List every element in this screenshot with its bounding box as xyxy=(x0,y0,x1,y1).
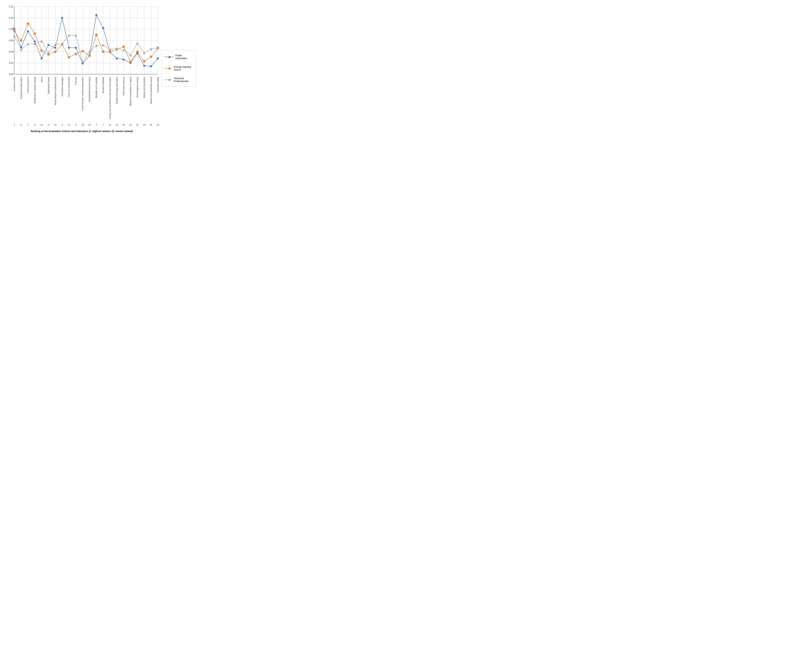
legend-line-icon xyxy=(165,56,173,58)
svg-text:Fuel use: Fuel use xyxy=(75,77,77,85)
svg-rect-152 xyxy=(168,67,171,69)
svg-text:0.02: 0.02 xyxy=(9,62,13,64)
svg-text:20: 20 xyxy=(88,124,91,126)
svg-text:21: 21 xyxy=(129,124,132,126)
legend-line-icon xyxy=(165,67,172,70)
svg-text:0.08: 0.08 xyxy=(9,28,13,30)
svg-text:Market size (domestic): Market size (domestic) xyxy=(143,77,145,98)
svg-rect-77 xyxy=(123,46,125,48)
legend-item: Public Authorities xyxy=(165,54,193,60)
svg-text:0.06: 0.06 xyxy=(9,39,13,42)
svg-rect-78 xyxy=(129,61,131,63)
svg-text:12: 12 xyxy=(109,124,111,126)
svg-text:0.12: 0.12 xyxy=(9,5,13,8)
svg-text:Land use requirement: Land use requirement xyxy=(68,77,70,97)
svg-rect-71 xyxy=(82,50,84,52)
svg-text:3: 3 xyxy=(62,124,63,126)
svg-text:Energy cost sensitivity to fue: Energy cost sensitivity to fuel price fl… xyxy=(109,77,111,119)
svg-text:Level of public resistance/opp: Level of public resistance/opposition xyxy=(81,77,84,110)
svg-text:2: 2 xyxy=(14,124,15,126)
svg-text:4: 4 xyxy=(96,124,97,126)
svg-text:0.10: 0.10 xyxy=(9,16,13,19)
svg-rect-69 xyxy=(68,56,70,58)
svg-text:CO2eq emissions: CO2eq emissions xyxy=(27,77,29,93)
svg-rect-62 xyxy=(20,40,22,42)
svg-rect-79 xyxy=(136,51,138,53)
svg-text:19: 19 xyxy=(150,124,152,126)
svg-rect-65 xyxy=(41,50,43,51)
svg-text:Resilience to climate change: Resilience to climate change xyxy=(34,77,36,104)
svg-text:9: 9 xyxy=(75,124,77,126)
svg-text:5: 5 xyxy=(34,124,35,126)
svg-rect-73 xyxy=(95,34,97,36)
svg-rect-80 xyxy=(143,60,145,62)
svg-text:Stability of energy generation: Stability of energy generation xyxy=(116,77,118,104)
svg-text:14: 14 xyxy=(116,124,118,126)
legend-item: Technical Professionals xyxy=(165,77,193,83)
svg-text:Employment generation: Employment generation xyxy=(20,77,22,99)
legend-item: Energy Industry Actors xyxy=(165,66,193,71)
svg-rect-67 xyxy=(54,51,56,53)
svg-text:16: 16 xyxy=(123,124,125,126)
svg-rect-70 xyxy=(75,53,77,55)
svg-rect-154 xyxy=(168,78,171,81)
svg-text:Accident fatalities: Accident fatalities xyxy=(102,77,104,93)
svg-text:Market size (potential export): Market size (potential export) xyxy=(150,77,152,104)
svg-text:Radioactive waste: Radioactive waste xyxy=(47,77,50,94)
svg-text:6: 6 xyxy=(48,124,49,126)
svg-text:Levelized costs: Levelized costs xyxy=(13,77,15,91)
legend-label: Technical Professionals xyxy=(174,77,193,83)
svg-text:0.04: 0.04 xyxy=(9,50,13,53)
x-axis-label: Ranking of the Evaluation Criteria and I… xyxy=(4,130,160,133)
svg-text:8: 8 xyxy=(21,124,22,126)
svg-rect-72 xyxy=(88,54,90,56)
svg-text:Noise: Noise xyxy=(40,77,43,82)
svg-text:13: 13 xyxy=(40,124,43,126)
svg-text:15: 15 xyxy=(157,124,159,126)
svg-rect-150 xyxy=(168,56,171,58)
svg-text:22: 22 xyxy=(143,124,145,126)
chart-svg: 0.000.020.040.060.080.100.12Levelized co… xyxy=(4,4,160,128)
svg-rect-63 xyxy=(27,22,29,24)
chart-container: 0.000.020.040.060.080.100.12Levelized co… xyxy=(4,4,196,133)
svg-text:Ecosystem damages: Ecosystem damages xyxy=(61,77,63,96)
svg-rect-61 xyxy=(13,30,15,32)
svg-text:Innovative ability: Innovative ability xyxy=(157,77,159,93)
svg-text:7: 7 xyxy=(102,124,104,126)
svg-text:Waste disposal (infrastructure: Waste disposal (infrastructure) xyxy=(54,77,56,105)
svg-text:18: 18 xyxy=(81,124,84,126)
svg-text:11: 11 xyxy=(136,124,139,126)
svg-text:Mortality and morbidity: Mortality and morbidity xyxy=(95,77,97,98)
svg-rect-81 xyxy=(150,56,152,58)
svg-rect-74 xyxy=(102,51,104,53)
svg-rect-75 xyxy=(109,51,111,53)
svg-text:Market concentration on supply: Market concentration on supply xyxy=(129,77,132,106)
chart-area: 0.000.020.040.060.080.100.12Levelized co… xyxy=(4,4,160,133)
legend-box: Public Authorities Energy Industry Actor… xyxy=(161,50,196,86)
svg-rect-64 xyxy=(34,33,36,35)
svg-text:Technological maturity: Technological maturity xyxy=(136,77,139,98)
legend-line-icon xyxy=(165,78,172,81)
legend-label: Public Authorities xyxy=(175,54,193,60)
svg-text:10: 10 xyxy=(54,124,56,126)
svg-text:Aesthetic/functional impact: Aesthetic/functional impact xyxy=(88,77,91,102)
svg-text:0.00: 0.00 xyxy=(9,73,13,75)
svg-text:1: 1 xyxy=(27,124,29,126)
legend-label: Energy Industry Actors xyxy=(174,66,193,71)
svg-text:Peak load response: Peak load response xyxy=(123,77,125,95)
svg-text:17: 17 xyxy=(68,124,70,126)
